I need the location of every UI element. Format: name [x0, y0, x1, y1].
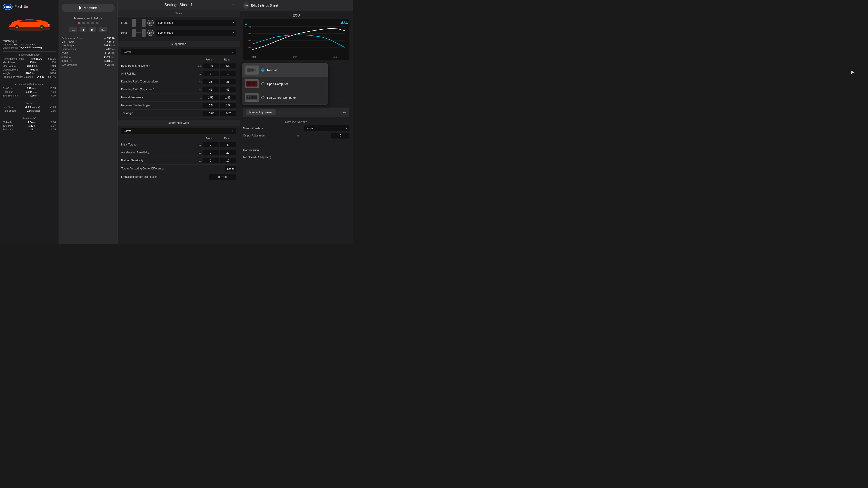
history-dot-5[interactable] [96, 22, 98, 24]
accel-sens-label: Acceleration Sensitivity [121, 151, 197, 155]
output-adj-value[interactable] [331, 133, 349, 138]
damping-expansion-front[interactable] [203, 87, 219, 92]
history-dot-3[interactable] [87, 22, 90, 24]
brake-sens-rear[interactable] [220, 158, 236, 163]
camber-front[interactable] [203, 103, 219, 108]
chart-x-unit: rpm [293, 56, 297, 58]
ecu-normal-option[interactable]: Normal [242, 63, 328, 77]
manual-adj-button[interactable]: Manual Adjustment [246, 109, 276, 115]
damping-compression-rear[interactable] [220, 79, 236, 84]
svg-rect-22 [247, 82, 251, 85]
toe-rear[interactable]: ↕0.20 [220, 111, 236, 116]
rotational-g-title: Rotational G [3, 117, 56, 120]
right-header: ••• Edit Settings Sheet [240, 0, 352, 11]
svg-point-6 [41, 27, 42, 28]
camber-rear[interactable] [220, 103, 236, 108]
history-dot-4[interactable] [91, 22, 94, 24]
front-col-header: Front [200, 58, 218, 61]
manual-adj-more-icon[interactable]: ••• [343, 111, 346, 114]
tires-section: Front SH Sports: Hard Rear SH [118, 17, 240, 41]
front-rear-dist-row: Front/Rear Torque Distribution 0 : 100 [121, 173, 236, 182]
tire-connector [136, 23, 142, 23]
diff-section: Normal Front Rear Initial Torque Lv. Acc… [118, 128, 240, 184]
toe-unit: ° [197, 112, 202, 115]
nav-prev-button[interactable]: ◀ [80, 27, 86, 32]
ecu-normal-radio [261, 68, 265, 72]
front-tire-dropdown-wrapper[interactable]: Sports: Hard [156, 20, 236, 26]
nitrous-section: Nitrous/Overtake Nitrous/Overtake None O… [240, 119, 352, 142]
damping-expansion-rear[interactable] [220, 87, 236, 92]
rear-tire-graphic [132, 29, 146, 37]
suspension-select[interactable]: Normal [121, 49, 236, 55]
right-panel: ••• Edit Settings Sheet ECU 434 ft·lb 40… [240, 0, 352, 244]
nitrous-select[interactable]: None [304, 125, 349, 131]
front-rear-dist-label: Front/Rear Torque Distribution [121, 175, 209, 179]
rear-tire-select[interactable]: Sports: Hard [156, 30, 236, 36]
svg-rect-19 [251, 68, 254, 72]
transmission-section: Transmission Top Speed (A Adjusted) [240, 147, 352, 161]
transmission-row: Transmission [243, 147, 349, 154]
toe-front[interactable]: ↕0.00 [203, 111, 219, 116]
ecu-title: ECU [243, 13, 349, 17]
rear-tire-row: Rear SH Sports: Hard [121, 29, 236, 37]
top-speed-label: Top Speed (A Adjusted) [243, 156, 271, 159]
ecu-full-radio [261, 96, 265, 99]
brake-sens-unit: Lv. [197, 159, 202, 162]
camber-unit: ° [197, 104, 202, 107]
svg-rect-25 [247, 86, 249, 86]
diff-select[interactable]: Normal [121, 128, 236, 134]
svg-point-24 [254, 83, 257, 85]
measure-button[interactable]: Measure [61, 4, 115, 12]
suspension-dropdown-wrapper[interactable]: Normal [121, 49, 236, 55]
history-dot-2[interactable] [82, 22, 85, 24]
damping-compression-front[interactable] [203, 79, 219, 84]
nitrous-dropdown-wrapper[interactable]: None [304, 125, 349, 131]
natural-freq-rear[interactable] [220, 95, 236, 100]
body-height-rear[interactable] [220, 64, 236, 68]
ecu-sport-thumb [245, 79, 258, 88]
stat-compare-pp: 536.26 [48, 57, 56, 60]
anti-roll-rear[interactable] [220, 71, 236, 76]
country-flag: 🇺🇸 [24, 5, 28, 9]
history-dot-1[interactable] [78, 22, 81, 24]
accel-perf-title: Acceleration Performance [3, 83, 56, 86]
body-height-unit: mm [197, 65, 202, 67]
svg-text:300: 300 [247, 33, 251, 35]
output-adj-label-nitrous: Output Adjustment [243, 134, 266, 137]
tires-section-header: Tires [118, 10, 240, 17]
aspiration-value: NA [32, 43, 35, 46]
toe-row: Toe Angle ° ↕0.00 ↕0.20 [121, 109, 236, 118]
ecu-full-option[interactable]: Full Control Computer [242, 91, 328, 105]
edit-settings-label: Edit Settings Sheet [251, 4, 278, 7]
accel-sens-front[interactable] [203, 150, 219, 155]
camber-label: Negative Camber Angle [121, 104, 197, 107]
ecu-sport-option[interactable]: Sport Computer [242, 77, 328, 91]
more-options-icon[interactable]: ••• [243, 2, 249, 8]
nav-next-button[interactable]: ▶ [89, 27, 96, 32]
brake-sens-front[interactable] [203, 158, 219, 163]
base-performance-title: Base Performance [3, 53, 56, 56]
nav-l1[interactable]: L1 [69, 27, 77, 32]
settings-menu-icon[interactable]: ☰ [232, 3, 235, 7]
accel-sens-rear[interactable] [220, 150, 236, 155]
initial-torque-front[interactable] [203, 142, 219, 147]
accel-sens-row: Acceleration Sensitivity Lv. [121, 149, 236, 157]
body-height-front[interactable] [203, 64, 219, 68]
front-tire-select[interactable]: Sports: Hard [156, 20, 236, 26]
natural-freq-front[interactable] [203, 95, 219, 100]
anti-roll-front[interactable] [203, 71, 219, 76]
diff-dropdown-wrapper[interactable]: Normal [121, 128, 236, 134]
diff-rear-header: Rear [218, 137, 236, 140]
stat-label-pp: Performance Points [3, 57, 25, 60]
rear-col-header: Rear [218, 58, 236, 61]
diff-col-headers: Front Rear [121, 136, 236, 141]
body-height-row: Body Height Adjustment mm [121, 62, 236, 70]
svg-point-3 [16, 27, 18, 28]
rotational-g-table: 60 km/h 1.04 G 1.04 120 km/h 1.07 G 1.07… [3, 121, 56, 132]
nav-r1[interactable]: R1 [98, 27, 107, 32]
initial-torque-rear[interactable] [220, 142, 236, 147]
front-tire-graphic [132, 19, 146, 27]
ford-logo: Ford [3, 4, 13, 10]
rear-tire-dropdown-wrapper[interactable]: Sports: Hard [156, 30, 236, 36]
history-dots [78, 22, 98, 24]
